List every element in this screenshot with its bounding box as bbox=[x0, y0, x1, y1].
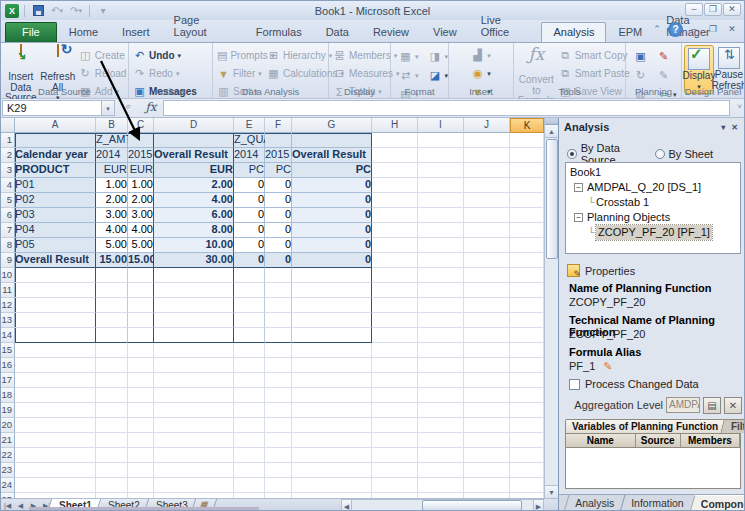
cell-I1[interactable] bbox=[418, 133, 464, 148]
row-header-2[interactable]: 2 bbox=[1, 148, 15, 163]
cell-A13[interactable] bbox=[15, 313, 96, 328]
help-icon[interactable]: ? bbox=[668, 22, 683, 37]
cell-I21[interactable] bbox=[418, 433, 464, 448]
cell-K8[interactable] bbox=[510, 238, 544, 253]
cell-G1[interactable] bbox=[292, 133, 372, 148]
cell-H19[interactable] bbox=[372, 403, 418, 418]
cell-I6[interactable] bbox=[418, 208, 464, 223]
cell-J12[interactable] bbox=[464, 298, 510, 313]
radio-icon[interactable] bbox=[567, 149, 577, 159]
cell-C17[interactable] bbox=[128, 373, 154, 388]
column-header-I[interactable]: I bbox=[418, 118, 464, 133]
cell-J13[interactable] bbox=[464, 313, 510, 328]
insert-chart-button[interactable]: ▟▾ bbox=[469, 47, 493, 64]
cell-J2[interactable] bbox=[464, 148, 510, 163]
pane-tab-information[interactable]: Information bbox=[620, 495, 695, 511]
cell-H22[interactable] bbox=[372, 448, 418, 463]
recalculate-button[interactable]: ↻ bbox=[632, 67, 649, 84]
cell-G12[interactable] bbox=[292, 298, 372, 313]
first-sheet-icon[interactable]: |◀ bbox=[1, 499, 14, 511]
cell-F22[interactable] bbox=[265, 448, 292, 463]
cell-A19[interactable] bbox=[15, 403, 96, 418]
format-table-button[interactable]: ▦▾ bbox=[397, 48, 421, 65]
cell-I3[interactable] bbox=[418, 163, 464, 178]
cell-C14[interactable] bbox=[128, 328, 154, 343]
cell-G2[interactable]: Overall Result bbox=[292, 148, 372, 163]
cell-K21[interactable] bbox=[510, 433, 544, 448]
cell-A8[interactable]: P05 bbox=[15, 238, 96, 253]
cell-B13[interactable] bbox=[96, 313, 128, 328]
cell-A2[interactable]: Calendar year bbox=[15, 148, 96, 163]
cell-C19[interactable] bbox=[128, 403, 154, 418]
cell-C6[interactable]: 3.00 bbox=[128, 208, 154, 223]
column-header-K[interactable]: K bbox=[510, 118, 544, 133]
cell-G15[interactable] bbox=[292, 343, 372, 358]
cell-J24[interactable] bbox=[464, 478, 510, 493]
cell-G20[interactable] bbox=[292, 418, 372, 433]
cell-J18[interactable] bbox=[464, 388, 510, 403]
cell-H1[interactable] bbox=[372, 133, 418, 148]
cell-E15[interactable] bbox=[234, 343, 265, 358]
tab-variables-of-planning-function[interactable]: Variables of Planning Function bbox=[565, 419, 725, 433]
cell-B7[interactable]: 4.00 bbox=[96, 223, 128, 238]
cell-D13[interactable] bbox=[154, 313, 234, 328]
cell-H4[interactable] bbox=[372, 178, 418, 193]
cell-G18[interactable] bbox=[292, 388, 372, 403]
cell-B20[interactable] bbox=[96, 418, 128, 433]
cell-J20[interactable] bbox=[464, 418, 510, 433]
ribbon-tab-review[interactable]: Review bbox=[361, 22, 421, 42]
cell-E9[interactable]: 0 bbox=[234, 253, 265, 268]
cell-H6[interactable] bbox=[372, 208, 418, 223]
cell-E20[interactable] bbox=[234, 418, 265, 433]
cell-F5[interactable]: 0 bbox=[265, 193, 292, 208]
cell-D17[interactable] bbox=[154, 373, 234, 388]
cell-G6[interactable]: 0 bbox=[292, 208, 372, 223]
cell-G19[interactable] bbox=[292, 403, 372, 418]
row-header-3[interactable]: 3 bbox=[1, 163, 15, 178]
cell-D6[interactable]: 6.00 bbox=[154, 208, 234, 223]
cell-I16[interactable] bbox=[418, 358, 464, 373]
filter-button[interactable]: ▼Filter▾ bbox=[215, 65, 265, 82]
ribbon-tab-formulas[interactable]: Formulas bbox=[244, 22, 314, 42]
row-header-17[interactable]: 17 bbox=[1, 373, 15, 388]
cell-B1[interactable]: Z_AMT bbox=[96, 133, 128, 148]
create-button[interactable]: ◫Create bbox=[77, 47, 129, 64]
cell-H14[interactable] bbox=[372, 328, 418, 343]
cell-J9[interactable] bbox=[464, 253, 510, 268]
cell-E19[interactable] bbox=[234, 403, 265, 418]
cell-C4[interactable]: 1.00 bbox=[128, 178, 154, 193]
cell-K5[interactable] bbox=[510, 193, 544, 208]
pane-tab-analysis[interactable]: Analysis bbox=[564, 495, 626, 511]
ribbon-tab-page-layout[interactable]: Page Layout bbox=[162, 10, 244, 42]
cell-G21[interactable] bbox=[292, 433, 372, 448]
cell-F6[interactable]: 0 bbox=[265, 208, 292, 223]
minimize-ribbon-icon[interactable]: ⌃ bbox=[649, 22, 665, 37]
cell-B2[interactable]: 2014 bbox=[96, 148, 128, 163]
excel-logo-icon[interactable]: X bbox=[5, 4, 19, 18]
horizontal-scroll-track[interactable] bbox=[352, 499, 533, 511]
row-header-6[interactable]: 6 bbox=[1, 208, 15, 223]
cell-I10[interactable] bbox=[418, 268, 464, 283]
cell-C11[interactable] bbox=[128, 283, 154, 298]
cell-K12[interactable] bbox=[510, 298, 544, 313]
cell-A9[interactable]: Overall Result bbox=[15, 253, 96, 268]
cell-K19[interactable] bbox=[510, 403, 544, 418]
cell-D15[interactable] bbox=[154, 343, 234, 358]
cell-E16[interactable] bbox=[234, 358, 265, 373]
cell-D5[interactable]: 4.00 bbox=[154, 193, 234, 208]
cell-I13[interactable] bbox=[418, 313, 464, 328]
row-header-14[interactable]: 14 bbox=[1, 328, 15, 343]
cell-E2[interactable]: 2014 bbox=[234, 148, 265, 163]
pause-refresh-button[interactable]: Pause Refresh bbox=[714, 45, 744, 92]
cell-D24[interactable] bbox=[154, 478, 234, 493]
cell-B24[interactable] bbox=[96, 478, 128, 493]
cell-K23[interactable] bbox=[510, 463, 544, 478]
cell-F13[interactable] bbox=[265, 313, 292, 328]
cell-C23[interactable] bbox=[128, 463, 154, 478]
cell-G3[interactable]: PC bbox=[292, 163, 372, 178]
cell-G22[interactable] bbox=[292, 448, 372, 463]
cell-H3[interactable] bbox=[372, 163, 418, 178]
column-header-A[interactable]: A bbox=[15, 118, 96, 133]
cell-K17[interactable] bbox=[510, 373, 544, 388]
cell-C13[interactable] bbox=[128, 313, 154, 328]
